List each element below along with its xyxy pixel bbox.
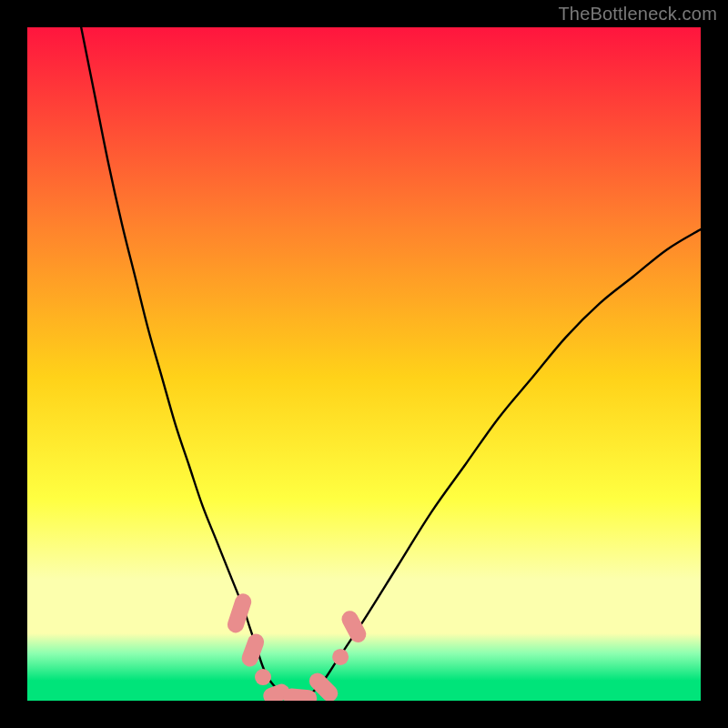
curve-marker: [255, 669, 271, 685]
outer-frame: TheBottleneck.com: [0, 0, 728, 728]
chart-svg: [27, 27, 701, 701]
gradient-background: [27, 27, 701, 701]
plot-area: [27, 27, 701, 701]
curve-marker: [332, 649, 349, 665]
watermark-text: TheBottleneck.com: [558, 4, 717, 25]
